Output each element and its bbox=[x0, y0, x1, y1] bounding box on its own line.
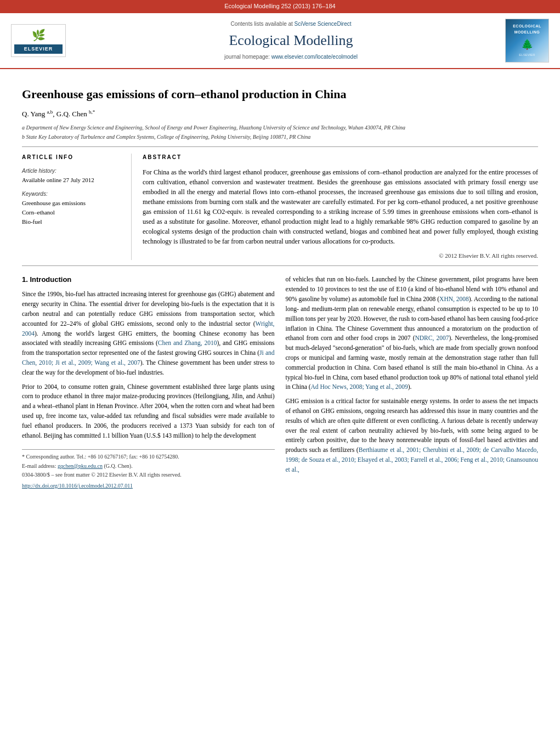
cite-xhn-2008[interactable]: XHN, 2008 bbox=[439, 296, 469, 302]
journal-volume-bar: Ecological Modelling 252 (2013) 176–184 bbox=[0, 0, 560, 13]
abstract-text: For China as the world's third largest e… bbox=[143, 167, 538, 246]
journal-homepage-link[interactable]: www.elsevier.com/locate/ecolmodel bbox=[271, 54, 358, 60]
cite-wright-2004[interactable]: Wright, 2004 bbox=[22, 320, 275, 337]
elsevier-logo: 🌿 ELSEVIER bbox=[11, 24, 66, 57]
affiliation-b: b State Key Laboratory of Turbulence and… bbox=[22, 133, 538, 142]
email-link[interactable]: gqchen@pku.edu.cn bbox=[58, 463, 103, 469]
keyword-2: Corn–ethanol bbox=[22, 208, 123, 217]
history-value: Available online 27 July 2012 bbox=[22, 176, 123, 185]
journal-homepage-line: journal homepage: www.elsevier.com/locat… bbox=[77, 53, 505, 61]
affiliation-a: a Department of New Energy Science and E… bbox=[22, 124, 538, 132]
cite-chen-zhang-2010[interactable]: Chen and Zhang, 2010 bbox=[158, 340, 217, 346]
article-info-heading: ARTICLE INFO bbox=[22, 154, 123, 162]
affiliations: a Department of New Energy Science and E… bbox=[22, 124, 538, 141]
journal-cover-image: ECOLOGICALMODELLING 🌲 ELSEVIER bbox=[505, 19, 549, 63]
footnote-email: E-mail address: gqchen@pku.edu.cn (G.Q. … bbox=[22, 462, 275, 471]
journal-volume-text: Ecological Modelling 252 (2013) 176–184 bbox=[224, 3, 335, 9]
paper-title: Greenhouse gas emissions of corn–ethanol… bbox=[22, 86, 538, 103]
main-content: Greenhouse gas emissions of corn–ethanol… bbox=[0, 69, 560, 502]
intro-para-1: Since the 1990s, bio-fuel has attracted … bbox=[22, 290, 275, 377]
intro-para-2: Prior to 2004, to consume rotten grain, … bbox=[22, 382, 275, 441]
footnote-area: * Corresponding author. Tel.: +86 10 627… bbox=[22, 449, 275, 490]
body-col-left: 1. Introduction Since the 1990s, bio-fue… bbox=[22, 275, 275, 490]
author-q-yang: Q. Yang a,b bbox=[22, 110, 53, 118]
abstract-panel: ABSTRACT For China as the world's third … bbox=[143, 154, 538, 260]
keyword-1: Greenhouse gas emissions bbox=[22, 199, 123, 208]
divider-2 bbox=[22, 265, 538, 266]
sciverse-link[interactable]: SciVerse ScienceDirect bbox=[295, 21, 352, 27]
history-label: Article history: bbox=[22, 167, 123, 176]
section-1-heading: 1. Introduction bbox=[22, 275, 275, 285]
intro-para-3: of vehicles that run on bio-fuels. Launc… bbox=[286, 275, 539, 392]
author-gq-chen: G.Q. Chen b,* bbox=[56, 110, 95, 118]
journal-header: 🌿 ELSEVIER Contents lists available at S… bbox=[0, 13, 560, 69]
article-info-abstract: ARTICLE INFO Article history: Available … bbox=[22, 154, 538, 260]
copyright-line: © 2012 Elsevier B.V. All rights reserved… bbox=[143, 252, 538, 261]
sciverse-line: Contents lists available at SciVerse Sci… bbox=[77, 20, 505, 29]
body-col-right: of vehicles that run on bio-fuels. Launc… bbox=[286, 275, 539, 490]
intro-para-4: GHG emission is a critical factor for su… bbox=[286, 397, 539, 475]
doi-link[interactable]: http://dx.doi.org/10.1016/j.ecolmodel.20… bbox=[22, 483, 133, 489]
article-info-panel: ARTICLE INFO Article history: Available … bbox=[22, 154, 132, 260]
divider-1 bbox=[22, 146, 538, 147]
homepage-prefix: journal homepage: bbox=[224, 54, 271, 60]
cite-ndrc-2007[interactable]: NDRC, 2007 bbox=[415, 335, 449, 341]
footnote-star: * Corresponding author. Tel.: +86 10 627… bbox=[22, 453, 275, 461]
cite-ji-chen-2010[interactable]: Ji and Chen, 2010; Ji et al., 2009; Wang… bbox=[22, 349, 275, 366]
abstract-heading: ABSTRACT bbox=[143, 154, 538, 162]
cite-adhoc-yang[interactable]: Ad Hoc News, 2008; Yang et al., 2009 bbox=[311, 383, 408, 390]
journal-title-area: Contents lists available at SciVerse Sci… bbox=[77, 20, 505, 61]
journal-title-main: Ecological Modelling bbox=[77, 30, 505, 51]
keywords-label: Keywords: bbox=[22, 190, 123, 199]
authors-line: Q. Yang a,b, G.Q. Chen b,* bbox=[22, 109, 538, 120]
keywords-list: Greenhouse gas emissions Corn–ethanol Bi… bbox=[22, 199, 123, 227]
keyword-3: Bio-fuel bbox=[22, 218, 123, 227]
footnote-copyright: 0304-3800/$ – see front matter © 2012 El… bbox=[22, 471, 275, 479]
cite-berthiaume[interactable]: Berthiaume et al., 2001; Cherubini et al… bbox=[286, 446, 539, 473]
body-section: 1. Introduction Since the 1990s, bio-fue… bbox=[22, 275, 538, 490]
